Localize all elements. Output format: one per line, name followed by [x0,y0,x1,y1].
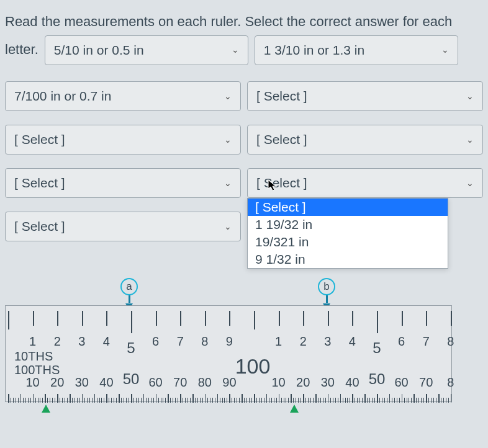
hundredths-tick [82,394,83,403]
hundredths-tick [106,394,107,403]
hundredths-tick [111,398,112,403]
select-letter-c-value: 7/100 in or 0.7 in [14,89,224,104]
hundredths-tick [151,398,151,403]
select-letter-g[interactable]: [ Select ] ⌄ [5,168,241,198]
hundredths-tick [345,398,346,403]
tenths-label: 4 [349,334,356,349]
hundredths-label: 30 [75,375,89,390]
hundredths-tick [173,398,173,403]
hundredths-tick [323,398,323,403]
marker-a-circle: a [120,278,138,295]
hundredths-tick [350,398,350,403]
chevron-down-icon: ⌄ [466,135,474,145]
hundredths-tick [279,394,280,403]
chevron-down-icon: ⌄ [224,178,232,188]
hundredths-tick [25,398,26,403]
chevron-down-icon: ⌄ [466,91,474,101]
chevron-down-icon: ⌄ [441,44,449,56]
hundredths-tick [313,398,314,403]
hundredths-tick [42,398,43,403]
hundredths-tick [232,398,232,403]
hundredths-tick [101,398,102,403]
question-lead-word: letter. [5,40,38,60]
hundredths-tick [79,398,80,403]
hundredths-tick [261,398,262,403]
hundredths-tick [411,398,412,403]
select-listbox[interactable]: [ Select ] 1 19/32 in 19/321 in 9 1/32 i… [247,198,448,269]
hundredths-tick [224,398,225,403]
hundredths-tick [163,398,163,403]
hundredths-tick [119,394,120,403]
select-letter-b[interactable]: 1 3/10 in or 1.3 in ⌄ [255,35,458,65]
hundredths-tick [269,398,269,403]
tenths-label: 7 [177,334,184,349]
hundredths-tick [205,394,206,403]
hundredths-tick [340,394,341,403]
select-option-1[interactable]: 1 19/32 in [248,216,448,233]
hundredths-tick [35,398,36,403]
tenths-tick [328,311,329,326]
select-option-2[interactable]: 19/321 in [248,233,448,251]
cursor-icon [268,179,278,192]
hundredths-label: 80 [198,375,212,390]
select-letter-f[interactable]: [ Select ] ⌄ [247,125,483,155]
tenths-tick [279,311,280,326]
tenths-tick [451,311,452,326]
select-letter-i[interactable]: [ Select ] ⌄ [5,212,241,241]
hundredths-tick [384,398,385,403]
hundredths-tick [404,398,405,403]
hundredths-tick [126,398,127,403]
hundredths-tick [362,398,363,403]
hundredths-tick [423,398,424,403]
select-option-3[interactable]: 9 1/32 in [248,251,448,268]
hundredths-tick [246,398,247,403]
hundredths-tick [47,398,48,403]
select-letter-e[interactable]: [ Select ] ⌄ [5,125,241,155]
hundredths-tick [291,394,292,403]
tenths-tick [106,311,107,326]
hundredths-tick [50,398,50,403]
green-arrow-right-icon [290,405,299,413]
tenths-tick [131,311,132,333]
select-letter-a[interactable]: 5/10 in or 0.5 in ⌄ [45,35,248,65]
hundredths-tick [254,394,255,403]
hundredths-tick [52,398,53,403]
hundredths-tick [242,394,243,403]
hundredths-tick [175,398,176,403]
hundredths-tick [16,398,16,403]
select-letter-e-value: [ Select ] [14,132,224,147]
hundredths-tick [212,398,213,403]
tenths-tick [402,311,403,326]
hundredths-tick [11,398,11,403]
hundredths-tick [188,398,188,403]
hundredths-tick [244,398,245,403]
row-ef: [ Select ] ⌄ [ Select ] ⌄ [5,125,483,155]
hundredths-tick [409,398,409,403]
hundredths-tick [87,398,88,403]
hundredths-tick [161,398,161,403]
hundredths-tick [274,398,274,403]
hundredths-label: 10 [25,375,39,390]
hundredths-tick [60,398,60,403]
hundredths-tick [382,398,382,403]
select-option-0[interactable]: [ Select ] [248,199,448,216]
hundredths-tick [23,398,24,403]
hundredths-tick [357,398,358,403]
tenths-label: 2 [300,334,307,349]
hundredths-tick [441,398,441,403]
hundredths-tick [136,398,137,403]
select-letter-c[interactable]: 7/100 in or 0.7 in ⌄ [5,81,241,111]
hundredths-tick [13,398,14,403]
tenths-label: 9 [226,334,233,349]
hundredths-tick [359,398,360,403]
hundredths-tick [165,398,166,403]
tenths-tick [254,311,255,329]
hundredths-tick [33,394,34,403]
ruler-area: a b 12345678912345678 10THS 100THS 100 1… [5,305,450,402]
select-letter-h[interactable]: [ Select ] ⌄ [ Select ] 1 19/32 in 19/32… [247,168,483,198]
hundredths-tick [266,394,268,403]
hundredths-label: 40 [345,375,359,390]
hundredths-tick [158,398,159,403]
select-letter-d[interactable]: [ Select ] ⌄ [247,81,483,111]
tenths-label: 7 [423,334,430,349]
